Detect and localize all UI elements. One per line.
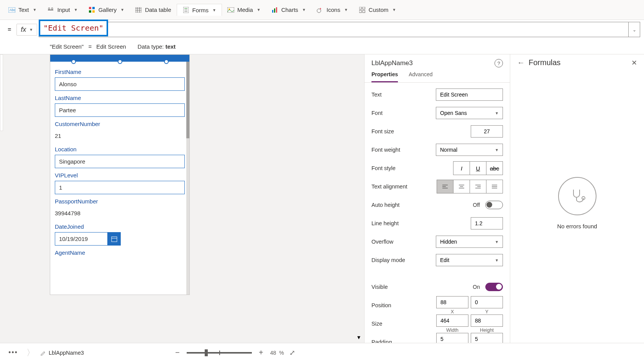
ribbon-datatable[interactable]: Data table	[130, 4, 176, 16]
prop-size-label: Size	[371, 321, 382, 327]
prop-fontsize-input[interactable]	[471, 125, 503, 138]
toggle-state: Off	[473, 202, 480, 208]
field-label: Location	[55, 146, 185, 152]
app-header-selected[interactable]	[50, 55, 189, 62]
svg-point-23	[317, 9, 321, 13]
icons-icon	[317, 7, 324, 13]
ribbon-gallery[interactable]: Gallery ▼	[83, 4, 130, 16]
svg-point-3	[48, 8, 50, 9]
close-icon[interactable]: ✕	[631, 59, 637, 67]
prop-overflow-label: Overflow	[371, 239, 393, 245]
pos-x-sublabel: X	[436, 309, 468, 314]
field-label: DateJoined	[55, 223, 185, 230]
svg-rect-22	[276, 7, 277, 13]
ribbon-input[interactable]: Input ▼	[42, 4, 83, 16]
ribbon-icons[interactable]: Icons ▼	[311, 4, 353, 16]
align-left-button[interactable]	[437, 180, 453, 193]
ribbon-forms[interactable]: Forms ▼	[177, 4, 222, 16]
prop-font-label: Font	[371, 110, 383, 116]
text-icon: Abc	[8, 7, 15, 13]
size-h-sublabel: Height	[471, 328, 503, 333]
zoom-pct: 48	[270, 350, 276, 356]
size-w-input[interactable]	[436, 314, 468, 327]
prop-overflow-select[interactable]: Hidden▼	[436, 236, 503, 248]
autoheight-toggle[interactable]	[485, 201, 503, 209]
pad-bottom-input[interactable]	[471, 333, 503, 343]
edit-icon	[40, 350, 46, 355]
breadcrumb-item[interactable]: LblAppName3	[40, 350, 84, 356]
breadcrumb-menu[interactable]: •••	[5, 347, 21, 358]
forms-icon	[182, 7, 189, 13]
ribbon-label: Media	[237, 7, 253, 13]
chevron-down-icon: ▼	[302, 8, 306, 12]
field-label: CustomerNumber	[55, 121, 185, 127]
prop-position-label: Position	[371, 302, 391, 308]
svg-point-4	[51, 8, 53, 9]
datejoined-input[interactable]	[55, 232, 108, 246]
ribbon-label: Charts	[281, 7, 298, 13]
table-icon	[135, 7, 142, 13]
formula-expand[interactable]: ⌄	[629, 22, 640, 37]
formula-input[interactable]	[39, 22, 629, 37]
prop-fontstyle-label: Font style	[371, 165, 396, 171]
breadcrumb-sep: 〉	[26, 347, 35, 359]
prop-display-select[interactable]: Edit▼	[436, 254, 503, 266]
help-icon[interactable]: ?	[495, 59, 503, 67]
zoom-slider[interactable]	[187, 352, 252, 354]
prop-fontweight-select[interactable]: Normal▼	[436, 144, 503, 156]
ribbon-label: Custom	[369, 7, 389, 13]
phone-scrollbar[interactable]	[186, 62, 189, 295]
ribbon-media[interactable]: Media ▼	[222, 4, 266, 16]
pad-top-input[interactable]	[436, 333, 468, 343]
formula-bar: = fx▼ "Edit Screen" ⌄	[0, 20, 644, 39]
align-center-button[interactable]	[453, 180, 470, 193]
zoom-out-button[interactable]: −	[174, 348, 181, 357]
firstname-input[interactable]	[55, 77, 185, 91]
datatype-label: Data type:	[138, 43, 164, 50]
prop-text-input[interactable]	[436, 88, 503, 101]
canvas-scrollbar[interactable]: ▾	[357, 54, 363, 343]
fit-to-window-button[interactable]: ⤢	[289, 349, 295, 357]
chevron-down-icon: ▼	[29, 28, 33, 32]
canvas-area[interactable]: FirstName LastName CustomerNumber 21 Loc…	[0, 54, 364, 343]
size-h-input[interactable]	[471, 314, 503, 327]
passport-value: 39944798	[55, 207, 185, 219]
prop-text-label: Text	[371, 92, 382, 98]
gallery-icon	[89, 7, 95, 13]
italic-button[interactable]: I	[453, 161, 470, 175]
phone-preview: FirstName LastName CustomerNumber 21 Loc…	[50, 54, 190, 295]
location-input[interactable]	[55, 155, 185, 168]
tab-properties[interactable]: Properties	[371, 71, 398, 82]
underline-button[interactable]: U	[470, 161, 486, 175]
prop-font-select[interactable]: Open Sans▼	[436, 107, 503, 119]
property-equals[interactable]: =	[4, 25, 15, 34]
status-bar: ••• 〉 LblAppName3 − + 48 % ⤢	[0, 343, 644, 362]
pos-x-input[interactable]	[436, 296, 468, 308]
visible-toggle[interactable]	[485, 283, 503, 291]
fx-button[interactable]: fx▼	[16, 24, 37, 36]
align-justify-button[interactable]	[486, 180, 503, 193]
prop-lineheight-input[interactable]	[471, 217, 503, 229]
pos-y-input[interactable]	[471, 296, 503, 308]
chevron-down-icon: ▼	[257, 8, 261, 12]
date-picker-button[interactable]	[108, 232, 121, 246]
media-icon	[227, 7, 234, 13]
ribbon-custom[interactable]: Custom ▼	[353, 4, 402, 16]
viplevel-input[interactable]	[55, 181, 185, 194]
ribbon-text[interactable]: Abc Text ▼	[3, 4, 42, 16]
chevron-down-icon: ▼	[33, 8, 37, 12]
svg-rect-9	[135, 7, 141, 13]
chevron-down-icon: ▼	[120, 8, 124, 12]
lastname-input[interactable]	[55, 103, 185, 117]
align-right-button[interactable]	[470, 180, 486, 193]
zoom-in-button[interactable]: +	[257, 348, 265, 357]
prop-visible-label: Visible	[371, 284, 388, 290]
tree-view-collapsed[interactable]	[0, 54, 3, 131]
ribbon-charts[interactable]: Charts ▼	[266, 4, 311, 16]
svg-rect-20	[272, 10, 273, 13]
prop-autoheight-label: Auto height	[371, 202, 399, 208]
strike-button[interactable]: abc	[486, 161, 503, 175]
back-arrow-icon[interactable]: ←	[517, 58, 525, 67]
tab-advanced[interactable]: Advanced	[409, 71, 432, 82]
prop-align-label: Text alignment	[371, 183, 407, 190]
